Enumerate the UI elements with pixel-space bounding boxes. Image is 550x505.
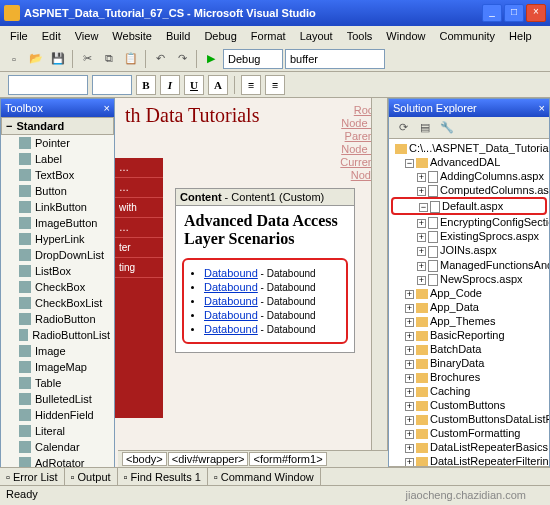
toolbox-item[interactable]: DropDownList [1, 247, 114, 263]
toolbox-item[interactable]: Label [1, 151, 114, 167]
redo-icon[interactable]: ↷ [172, 49, 192, 69]
paste-icon[interactable]: 📋 [121, 49, 141, 69]
tree-file[interactable]: +ComputedColumns.aspx [391, 183, 547, 197]
menu-tools[interactable]: Tools [341, 28, 379, 44]
run-icon[interactable]: ▶ [201, 49, 221, 69]
toolbox-item[interactable]: Image [1, 343, 114, 359]
tree-folder[interactable]: +BinaryData [391, 356, 547, 370]
maximize-button[interactable]: □ [504, 4, 524, 22]
align-center-icon[interactable]: ≡ [265, 75, 285, 95]
solution-tree[interactable]: C:\...\ASPNET_Data_Tutorial_67_CS\−Advan… [389, 139, 549, 466]
solexp-close-icon[interactable]: × [539, 102, 545, 114]
tree-folder[interactable]: −AdvancedDAL [391, 155, 547, 169]
designer-scrollbar[interactable] [371, 98, 387, 487]
new-icon[interactable]: ▫ [4, 49, 24, 69]
toolbox-item[interactable]: Pointer [1, 135, 114, 151]
buffer-select[interactable]: buffer [285, 49, 385, 69]
toolbox-item[interactable]: Table [1, 375, 114, 391]
tree-folder[interactable]: +BasicReporting [391, 328, 547, 342]
tag-crumb[interactable]: <form#form1> [249, 452, 326, 466]
undo-icon[interactable]: ↶ [150, 49, 170, 69]
menu-website[interactable]: Website [106, 28, 158, 44]
toolbox-item[interactable]: ImageButton [1, 215, 114, 231]
tree-root[interactable]: C:\...\ASPNET_Data_Tutorial_67_CS\ [391, 141, 547, 155]
tree-folder[interactable]: +BatchData [391, 342, 547, 356]
refresh-icon[interactable]: ⟳ [393, 118, 413, 138]
tree-folder[interactable]: +CustomButtons [391, 398, 547, 412]
toolbox-item[interactable]: ListBox [1, 263, 114, 279]
tree-file[interactable]: +AddingColumns.aspx [391, 169, 547, 183]
databound-link[interactable]: Databound [204, 309, 258, 321]
minimize-button[interactable]: _ [482, 4, 502, 22]
tag-crumb[interactable]: <div#wrapper> [168, 452, 249, 466]
menu-community[interactable]: Community [433, 28, 501, 44]
tree-folder[interactable]: +CustomFormatting [391, 426, 547, 440]
tree-file[interactable]: +NewSprocs.aspx [391, 272, 547, 286]
nest-icon[interactable]: ▤ [415, 118, 435, 138]
menu-help[interactable]: Help [503, 28, 538, 44]
open-icon[interactable]: 📂 [26, 49, 46, 69]
toolbox-item[interactable]: TextBox [1, 167, 114, 183]
tree-folder[interactable]: +CustomButtonsDataListRepeater [391, 412, 547, 426]
config-select[interactable]: Debug [223, 49, 283, 69]
toolbox-item[interactable]: RadioButton [1, 311, 114, 327]
menu-file[interactable]: File [4, 28, 34, 44]
toolbox-item[interactable]: BulletedList [1, 391, 114, 407]
tree-file[interactable]: +EncryptingConfigSections.aspx [391, 215, 547, 229]
toolbox-item[interactable]: LinkButton [1, 199, 114, 215]
tree-folder[interactable]: +App_Data [391, 300, 547, 314]
font-select[interactable] [8, 75, 88, 95]
copy-icon[interactable]: ⧉ [99, 49, 119, 69]
tree-file-default[interactable]: −Default.aspx [391, 197, 547, 215]
tag-navigator[interactable]: <body><div#wrapper><form#form1> [118, 450, 388, 467]
save-icon[interactable]: 💾 [48, 49, 68, 69]
color-button[interactable]: A [208, 75, 228, 95]
content-placeholder[interactable]: Content - Content1 (Custom) Advanced Dat… [175, 188, 355, 353]
tree-folder[interactable]: +App_Themes [391, 314, 547, 328]
toolbox-item[interactable]: CheckBox [1, 279, 114, 295]
align-left-icon[interactable]: ≡ [241, 75, 261, 95]
databound-link[interactable]: Databound [204, 267, 258, 279]
close-button[interactable]: × [526, 4, 546, 22]
menu-debug[interactable]: Debug [198, 28, 242, 44]
menu-build[interactable]: Build [160, 28, 196, 44]
tree-file[interactable]: +JOINs.aspx [391, 243, 547, 257]
toolbox-item[interactable]: RadioButtonList [1, 327, 114, 343]
output-tab[interactable]: ▫ Find Results 1 [118, 468, 208, 485]
tree-folder[interactable]: +Caching [391, 384, 547, 398]
toolbox-category[interactable]: − Standard [1, 117, 114, 135]
props-icon[interactable]: 🔧 [437, 118, 457, 138]
toolbox-item[interactable]: ImageMap [1, 359, 114, 375]
designer-surface[interactable]: th Data Tutorials RootNode >ParentNode >… [115, 98, 388, 487]
databound-link[interactable]: Databound [204, 323, 258, 335]
italic-button[interactable]: I [160, 75, 180, 95]
toolbox-item[interactable]: HiddenField [1, 407, 114, 423]
tree-folder[interactable]: +Brochures [391, 370, 547, 384]
toolbox-item[interactable]: Button [1, 183, 114, 199]
menu-window[interactable]: Window [380, 28, 431, 44]
databound-link[interactable]: Databound [204, 281, 258, 293]
output-tab[interactable]: ▫ Output [65, 468, 118, 485]
menu-format[interactable]: Format [245, 28, 292, 44]
tree-folder[interactable]: +DataListRepeaterBasics [391, 440, 547, 454]
tree-file[interactable]: +ExistingSprocs.aspx [391, 229, 547, 243]
output-tab[interactable]: ▫ Command Window [208, 468, 321, 485]
toolbox-item[interactable]: Calendar [1, 439, 114, 455]
bold-button[interactable]: B [136, 75, 156, 95]
menu-view[interactable]: View [69, 28, 105, 44]
menu-layout[interactable]: Layout [294, 28, 339, 44]
toolbox-item[interactable]: CheckBoxList [1, 295, 114, 311]
tree-folder[interactable]: +App_Code [391, 286, 547, 300]
menu-edit[interactable]: Edit [36, 28, 67, 44]
tree-file[interactable]: +ManagedFunctionsAndSprocs.aspx [391, 258, 547, 272]
tree-folder[interactable]: +DataListRepeaterFiltering [391, 454, 547, 466]
toolbox-close-icon[interactable]: × [104, 102, 110, 114]
cut-icon[interactable]: ✂ [77, 49, 97, 69]
databound-link[interactable]: Databound [204, 295, 258, 307]
underline-button[interactable]: U [184, 75, 204, 95]
toolbox-item[interactable]: Literal [1, 423, 114, 439]
content-tab[interactable]: Content - Content1 (Custom) [176, 189, 354, 206]
output-tab[interactable]: ▫ Error List [0, 468, 65, 485]
tag-crumb[interactable]: <body> [122, 452, 167, 466]
size-select[interactable] [92, 75, 132, 95]
